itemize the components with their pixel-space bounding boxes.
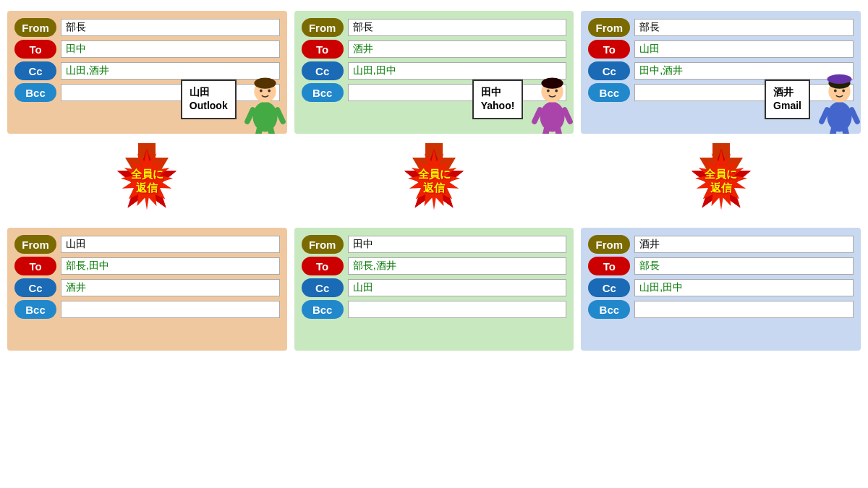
- svg-point-27: [827, 74, 851, 84]
- svg-line-30: [831, 129, 834, 134]
- bcc-label: Bcc: [302, 300, 344, 319]
- from-field: 部長: [634, 19, 854, 36]
- burst: 全員に返信: [114, 148, 179, 213]
- bcc-label: Bcc: [14, 83, 56, 102]
- bcc-field: [348, 301, 567, 318]
- from-label: From: [14, 18, 56, 37]
- svg-line-16: [535, 110, 540, 121]
- to-field: 部長: [634, 257, 854, 275]
- burst: 全員に返信: [689, 148, 754, 213]
- bcc-label: Bcc: [14, 300, 56, 319]
- svg-line-18: [544, 129, 547, 134]
- from-label: From: [302, 18, 344, 37]
- burst-container: 全員に返信: [401, 148, 467, 213]
- arrow-section: 全員に返信: [581, 137, 861, 224]
- to-row: To 部長,酒井: [302, 257, 567, 275]
- to-row: To 山田: [588, 40, 854, 59]
- to-field: 酒井: [348, 40, 567, 58]
- svg-point-11: [540, 102, 564, 132]
- speech-box: 山田Outlook: [181, 80, 237, 119]
- svg-line-7: [257, 129, 260, 134]
- character-figure: [237, 61, 294, 134]
- cc-row: Cc 山田,田中: [588, 278, 854, 297]
- column-1: From 部長 To 田中 Cc 山田,酒井 Bcc: [7, 11, 287, 477]
- to-field: 田中: [61, 40, 280, 58]
- svg-point-0: [253, 102, 278, 132]
- to-label: To: [588, 257, 630, 275]
- from-field: 山田: [61, 236, 280, 253]
- svg-line-8: [271, 129, 273, 134]
- to-field: 山田: [634, 40, 854, 58]
- cc-field: 酒井: [61, 279, 280, 296]
- cc-label: Cc: [302, 278, 344, 297]
- burst-container: 全員に返信: [114, 148, 179, 213]
- cc-label: Cc: [14, 278, 56, 297]
- from-row: From 部長: [302, 18, 567, 37]
- to-label: To: [302, 40, 344, 59]
- to-field: 部長,田中: [61, 257, 280, 275]
- svg-line-17: [564, 110, 570, 121]
- svg-line-5: [247, 110, 253, 121]
- burst: 全員に返信: [401, 148, 467, 213]
- cc-row: Cc 酒井: [14, 278, 280, 297]
- svg-point-25: [833, 90, 836, 93]
- to-label: To: [14, 257, 56, 275]
- burst-container: 全員に返信: [689, 148, 754, 213]
- svg-point-26: [842, 90, 845, 93]
- from-row: From 酒井: [588, 235, 854, 254]
- to-label: To: [302, 257, 344, 275]
- email-card: From 部長 To 田中 Cc 山田,酒井 Bcc: [7, 11, 287, 134]
- from-field: 田中: [348, 236, 567, 253]
- svg-point-3: [260, 90, 263, 93]
- to-row: To 部長,田中: [14, 257, 280, 275]
- speech-box: 酒井Gmail: [765, 80, 810, 119]
- main-container: From 部長 To 田中 Cc 山田,酒井 Bcc: [0, 0, 868, 488]
- cc-label: Cc: [302, 61, 344, 80]
- reply-all-label: 全員に返信: [131, 167, 163, 195]
- character-figure: [810, 61, 868, 134]
- from-field: 部長: [61, 19, 280, 36]
- email-card: From 田中 To 部長,酒井 Cc 山田 Bcc: [294, 228, 574, 351]
- from-field: 部長: [348, 19, 567, 36]
- bcc-field: [634, 301, 854, 318]
- bcc-row: Bcc: [302, 300, 567, 319]
- from-label: From: [588, 18, 630, 37]
- arrow-section: 全員に返信: [7, 137, 287, 224]
- from-label: From: [302, 235, 344, 254]
- svg-point-22: [827, 102, 851, 132]
- column-3: From 部長 To 山田 Cc 田中,酒井 Bcc: [581, 11, 861, 477]
- svg-point-2: [255, 78, 276, 89]
- bcc-row: Bcc: [14, 300, 280, 319]
- reply-all-label: 全員に返信: [705, 167, 737, 195]
- reply-all-label: 全員に返信: [418, 167, 451, 195]
- from-row: From 山田: [14, 235, 280, 254]
- cc-row: Cc 山田: [302, 278, 567, 297]
- to-field: 部長,酒井: [348, 257, 567, 275]
- from-label: From: [14, 235, 56, 254]
- cc-label: Cc: [588, 61, 630, 80]
- svg-point-4: [268, 90, 271, 93]
- column-2: From 部長 To 酒井 Cc 山田,田中 Bcc: [294, 11, 574, 477]
- bcc-field: [61, 301, 280, 318]
- svg-line-6: [278, 110, 284, 121]
- bcc-label: Bcc: [588, 300, 630, 319]
- from-field: 酒井: [634, 236, 854, 253]
- svg-line-19: [558, 129, 561, 134]
- email-card: From 部長 To 山田 Cc 田中,酒井 Bcc: [581, 11, 861, 134]
- bcc-label: Bcc: [302, 83, 344, 102]
- cc-field: 山田,田中: [634, 279, 854, 296]
- to-label: To: [588, 40, 630, 59]
- to-label: To: [14, 40, 56, 59]
- svg-point-14: [547, 90, 550, 93]
- email-card: From 部長 To 酒井 Cc 山田,田中 Bcc: [294, 11, 574, 134]
- from-row: From 部長: [14, 18, 280, 37]
- cc-label: Cc: [588, 278, 630, 297]
- character-figure: [523, 61, 581, 134]
- svg-point-15: [555, 90, 558, 93]
- cc-field: 山田: [348, 279, 567, 296]
- bcc-row: Bcc: [588, 300, 854, 319]
- to-row: To 部長: [588, 257, 854, 275]
- from-label: From: [588, 235, 630, 254]
- svg-line-29: [851, 110, 857, 121]
- speech-box: 田中Yahoo!: [472, 80, 524, 119]
